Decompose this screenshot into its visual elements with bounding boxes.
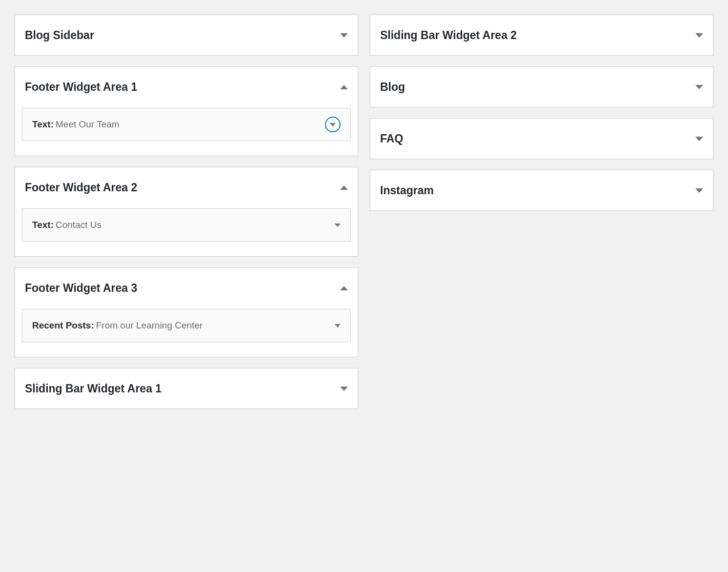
chevron-up-icon: [340, 286, 348, 290]
chevron-down-icon: [695, 33, 703, 38]
widget-area-blog-sidebar: Blog Sidebar: [15, 15, 358, 56]
chevron-down-icon: [335, 224, 341, 227]
widget-item-text-contact-us[interactable]: Text:Contact Us: [22, 208, 351, 242]
widget-label: Text:Meet Our Team: [32, 119, 120, 130]
widget-label: Recent Posts:From our Learning Center: [32, 320, 202, 331]
area-title: FAQ: [380, 132, 403, 145]
widget-area-faq: FAQ: [370, 118, 713, 159]
chevron-down-icon: [335, 324, 341, 327]
area-body: Recent Posts:From our Learning Center: [15, 309, 358, 357]
widget-label: Text:Contact Us: [32, 220, 101, 230]
chevron-down-icon: [695, 188, 703, 193]
chevron-down-icon: [340, 33, 348, 38]
widget-area-footer-3: Footer Widget Area 3 Recent Posts:From o…: [15, 267, 358, 357]
area-header-footer-1[interactable]: Footer Widget Area 1: [15, 67, 358, 107]
widget-area-sliding-bar-1: Sliding Bar Widget Area 1: [15, 368, 358, 409]
widget-column-left: Blog Sidebar Footer Widget Area 1 Text:M…: [15, 15, 358, 409]
chevron-down-icon: [330, 123, 336, 126]
area-body: Text:Meet Our Team: [15, 108, 358, 156]
area-header-sliding-bar-1[interactable]: Sliding Bar Widget Area 1: [15, 368, 358, 409]
area-body: Text:Contact Us: [15, 208, 358, 256]
area-header-footer-3[interactable]: Footer Widget Area 3: [15, 268, 358, 308]
area-title: Sliding Bar Widget Area 2: [380, 29, 517, 42]
area-title: Blog: [380, 81, 405, 94]
area-header-blog[interactable]: Blog: [370, 67, 713, 107]
widget-area-footer-1: Footer Widget Area 1 Text:Meet Our Team: [15, 66, 358, 156]
widget-column-right: Sliding Bar Widget Area 2 Blog FAQ Insta…: [370, 15, 713, 409]
widget-item-recent-posts-learning-center[interactable]: Recent Posts:From our Learning Center: [22, 309, 351, 342]
chevron-down-icon: [340, 387, 348, 391]
area-header-sliding-bar-2[interactable]: Sliding Bar Widget Area 2: [370, 15, 713, 55]
area-title: Footer Widget Area 3: [25, 282, 137, 295]
widget-area-blog: Blog: [370, 66, 713, 107]
widget-area-footer-2: Footer Widget Area 2 Text:Contact Us: [15, 167, 358, 257]
widget-item-text-meet-our-team[interactable]: Text:Meet Our Team: [22, 108, 351, 141]
area-title: Blog Sidebar: [25, 29, 94, 42]
area-title: Footer Widget Area 2: [25, 181, 137, 194]
widget-area-instagram: Instagram: [370, 170, 713, 211]
area-title: Sliding Bar Widget Area 1: [25, 382, 162, 395]
area-header-footer-2[interactable]: Footer Widget Area 2: [15, 167, 358, 207]
chevron-up-icon: [340, 185, 348, 190]
widget-area-sliding-bar-2: Sliding Bar Widget Area 2: [370, 15, 713, 56]
area-title: Footer Widget Area 1: [25, 81, 137, 94]
chevron-down-icon: [695, 85, 703, 89]
chevron-up-icon: [340, 85, 348, 89]
area-header-faq[interactable]: FAQ: [370, 119, 713, 159]
chevron-down-icon: [695, 137, 703, 141]
area-header-instagram[interactable]: Instagram: [370, 170, 713, 210]
area-header-blog-sidebar[interactable]: Blog Sidebar: [15, 15, 358, 55]
widget-toggle-button[interactable]: [325, 117, 341, 132]
area-title: Instagram: [380, 184, 434, 197]
